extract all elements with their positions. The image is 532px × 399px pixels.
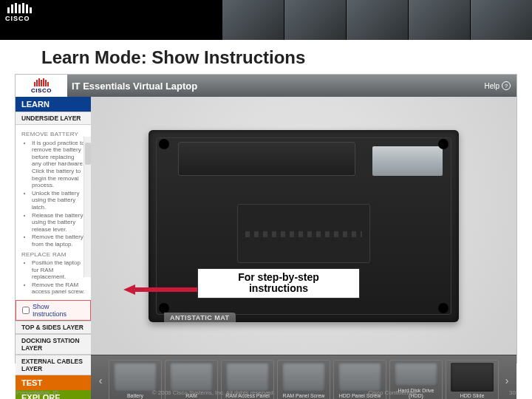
shelf-prev-button[interactable]: ‹ (95, 375, 106, 386)
help-icon: ? (502, 81, 511, 90)
panel-icon (226, 363, 269, 392)
app-header: CISCO IT Essentials Virtual Laptop Help … (16, 75, 516, 97)
layer-top-sides[interactable]: TOP & SIDES LAYER (16, 321, 91, 334)
antistatic-mat-label: ANTISTATIC MAT (164, 313, 236, 322)
app-body: LEARN UNDERSIDE LAYER REMOVE BATTERY It … (16, 97, 516, 399)
battery-slot[interactable] (178, 142, 355, 176)
confidential: Cisco Confidential (368, 389, 415, 396)
rubber-foot-icon (159, 139, 169, 149)
mode-tab-learn[interactable]: LEARN (16, 97, 91, 112)
copyright: © 2008 Cisco Systems, Inc. All rights re… (152, 389, 275, 396)
virtual-laptop-app: CISCO IT Essentials Virtual Laptop Help … (15, 74, 517, 364)
spec-label-plate (372, 146, 443, 176)
slide-footer: Presentation_ID © 2008 Cisco Systems, In… (0, 389, 532, 396)
battery-icon (114, 363, 157, 392)
shelf-next-button[interactable]: › (502, 375, 512, 386)
screw-icon (338, 363, 381, 392)
mode-tab-test[interactable]: TEST (16, 375, 91, 390)
rubber-foot-icon (438, 139, 449, 149)
list-item: Remove the battery from the laptop. (32, 233, 85, 248)
layer-external[interactable]: EXTERNAL CABLES LAYER (16, 355, 91, 375)
hero-photo-strip (222, 0, 532, 40)
rubber-foot-icon (438, 303, 449, 313)
cisco-wordmark: CISCO (5, 15, 30, 22)
svg-marker-0 (123, 284, 205, 295)
show-instructions-label: Show Instructions (33, 303, 84, 318)
laptop-viewport[interactable]: For step-by-step instructions (91, 97, 516, 355)
hdd-slide-icon (451, 363, 494, 392)
canvas: For step-by-step instructions ANTISTATIC… (91, 97, 516, 399)
hdd-icon (395, 363, 437, 386)
scrollbar[interactable] (83, 137, 91, 277)
callout-arrow-icon (123, 284, 205, 295)
show-instructions-toggle[interactable]: Show Instructions (16, 300, 91, 321)
app-cisco-logo: CISCO (16, 75, 67, 97)
list-item: Release the battery using the battery re… (32, 212, 85, 233)
app-title: IT Essentials Virtual Laptop (72, 81, 484, 92)
section-replace-ram-title: REPLACE RAM (21, 251, 85, 259)
section-remove-battery-title: REMOVE BATTERY (21, 131, 85, 138)
app-cisco-wordmark: CISCO (31, 87, 52, 94)
list-item: Remove the RAM access panel screw. (32, 282, 85, 296)
list-item: Position the laptop for RAM replacement. (32, 259, 85, 281)
list-item: Unlock the battery using the battery lat… (32, 190, 85, 211)
screw-icon (282, 363, 325, 392)
callout-line2: instructions (202, 283, 355, 294)
ram-icon (170, 363, 213, 392)
callout-line1: For step-by-step (202, 272, 355, 283)
slide-top-band: CISCO (0, 0, 532, 40)
list-item: It is good practice to remove the batter… (32, 140, 85, 189)
callout-box: For step-by-step instructions (197, 268, 360, 299)
slide-title: Learn Mode: Show Instructions (0, 40, 532, 74)
layer-underside[interactable]: UNDERSIDE LAYER (16, 112, 91, 125)
show-instructions-checkbox[interactable] (22, 307, 30, 314)
rubber-foot-icon (159, 303, 169, 313)
help-link[interactable]: Help ? (484, 81, 511, 90)
instructions-pane: REMOVE BATTERY It is good practice to re… (16, 125, 91, 300)
presentation-id: Presentation_ID (16, 389, 58, 396)
cisco-logo-icon (7, 3, 32, 13)
replace-ram-steps: Position the laptop for RAM replacement.… (21, 259, 85, 296)
scrollbar-thumb[interactable] (85, 143, 91, 165)
help-label: Help (484, 82, 499, 90)
ram-access-panel[interactable] (237, 204, 370, 263)
sidebar: LEARN UNDERSIDE LAYER REMOVE BATTERY It … (16, 97, 91, 399)
page-number: 30 (509, 389, 516, 396)
remove-battery-steps: It is good practice to remove the batter… (21, 140, 85, 248)
layer-docking[interactable]: DOCKING STATION LAYER (16, 334, 91, 355)
